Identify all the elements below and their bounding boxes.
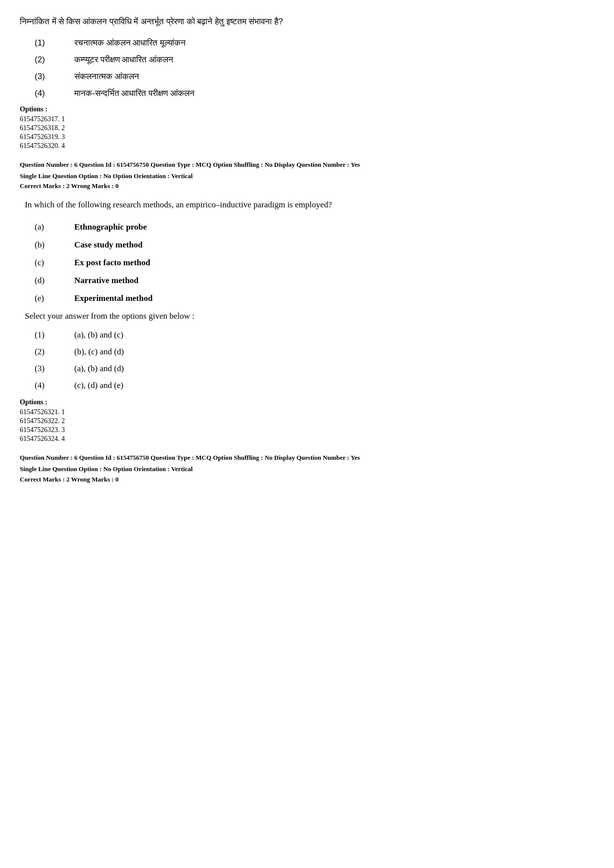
answer-option-1-label: (1) xyxy=(35,330,74,340)
option-codes-2: 61547526321. 1 61547526322. 2 6154752632… xyxy=(20,408,594,443)
q6-meta-line2: Single Line Question Option : No Option … xyxy=(20,171,594,182)
research-option-a: (a) Ethnographic probe xyxy=(20,222,594,232)
english-question-text: In which of the following research metho… xyxy=(20,198,594,212)
hindi-option-3-label: (3) xyxy=(35,72,74,82)
research-option-a-text: Ethnographic probe xyxy=(74,222,147,232)
hindi-option-2: (2) कम्प्यूटर परीक्षण आधारित आंकलन xyxy=(20,55,594,65)
answer-option-3-text: (a), (b) and (d) xyxy=(74,364,124,374)
research-option-e-label: (e) xyxy=(35,293,74,303)
research-option-e-text: Experimental method xyxy=(74,293,153,303)
q6-correct-marks: Correct Marks : 2 Wrong Marks : 0 xyxy=(20,182,594,190)
research-option-c-label: (c) xyxy=(35,258,74,268)
q6-metadata-section-bottom: Question Number : 6 Question Id : 615475… xyxy=(20,453,594,483)
q6-correct-marks-bottom: Correct Marks : 2 Wrong Marks : 0 xyxy=(20,476,594,483)
q6-meta-line2-bottom: Single Line Question Option : No Option … xyxy=(20,464,594,475)
answer-option-1-text: (a), (b) and (c) xyxy=(74,330,123,340)
research-options-list: (a) Ethnographic probe (b) Case study me… xyxy=(20,222,594,303)
option-code-2-4: 61547526324. 4 xyxy=(20,435,594,443)
research-option-d-label: (d) xyxy=(35,276,74,286)
answer-option-1: (1) (a), (b) and (c) xyxy=(20,330,594,340)
options-heading-2: Options : xyxy=(20,398,594,406)
hindi-option-1: (1) रचनात्मक आंकलन आधारित मूल्यांकन xyxy=(20,38,594,48)
answer-option-2-text: (b), (c) and (d) xyxy=(74,347,124,357)
research-option-d: (d) Narrative method xyxy=(20,276,594,286)
hindi-option-3: (3) संकलनात्मक आंकलन xyxy=(20,72,594,82)
hindi-question-section: निम्नांकित में से किस आंकलन प्राविधि में… xyxy=(20,15,594,150)
answer-option-4-label: (4) xyxy=(35,381,74,390)
hindi-option-2-text: कम्प्यूटर परीक्षण आधारित आंकलन xyxy=(74,55,173,65)
option-code-1-3: 61547526319. 3 xyxy=(20,133,594,141)
research-option-e: (e) Experimental method xyxy=(20,293,594,303)
hindi-option-4-text: मानक-सन्दर्भित आधारित परीक्षण आंकलन xyxy=(74,89,195,98)
option-codes-1: 61547526317. 1 61547526318. 2 6154752631… xyxy=(20,115,594,150)
answer-option-2: (2) (b), (c) and (d) xyxy=(20,347,594,357)
research-option-b: (b) Case study method xyxy=(20,240,594,250)
hindi-option-2-label: (2) xyxy=(35,55,74,65)
hindi-options-list: (1) रचनात्मक आंकलन आधारित मूल्यांकन (2) … xyxy=(20,38,594,98)
option-code-2-1: 61547526321. 1 xyxy=(20,408,594,416)
research-option-b-label: (b) xyxy=(35,240,74,250)
hindi-option-3-text: संकलनात्मक आंकलन xyxy=(74,72,139,82)
research-option-a-label: (a) xyxy=(35,222,74,232)
option-code-2-2: 61547526322. 2 xyxy=(20,417,594,425)
research-option-c-text: Ex post facto method xyxy=(74,258,150,268)
research-option-b-text: Case study method xyxy=(74,240,143,250)
answer-option-3-label: (3) xyxy=(35,364,74,374)
english-question-section: In which of the following research metho… xyxy=(20,198,594,443)
q6-meta-line1-bottom: Question Number : 6 Question Id : 615475… xyxy=(20,453,594,463)
answer-option-3: (3) (a), (b) and (d) xyxy=(20,364,594,374)
hindi-option-4-label: (4) xyxy=(35,89,74,98)
hindi-question-text: निम्नांकित में से किस आंकलन प्राविधि में… xyxy=(20,15,594,29)
option-code-2-3: 61547526323. 3 xyxy=(20,426,594,434)
q6-meta-line1: Question Number : 6 Question Id : 615475… xyxy=(20,160,594,170)
option-code-1-2: 61547526318. 2 xyxy=(20,124,594,132)
select-answer-text: Select your answer from the options give… xyxy=(20,311,594,321)
options-heading-1: Options : xyxy=(20,105,594,113)
hindi-option-4: (4) मानक-सन्दर्भित आधारित परीक्षण आंकलन xyxy=(20,89,594,98)
answer-option-2-label: (2) xyxy=(35,347,74,357)
research-option-c: (c) Ex post facto method xyxy=(20,258,594,268)
option-code-1-4: 61547526320. 4 xyxy=(20,142,594,150)
option-code-1-1: 61547526317. 1 xyxy=(20,115,594,123)
answer-option-4: (4) (c), (d) and (e) xyxy=(20,381,594,390)
hindi-option-1-text: रचनात्मक आंकलन आधारित मूल्यांकन xyxy=(74,38,186,48)
research-option-d-text: Narrative method xyxy=(74,276,139,286)
answer-option-4-text: (c), (d) and (e) xyxy=(74,381,123,390)
answer-options-list: (1) (a), (b) and (c) (2) (b), (c) and (d… xyxy=(20,330,594,390)
hindi-option-1-label: (1) xyxy=(35,38,74,48)
q6-metadata-section: Question Number : 6 Question Id : 615475… xyxy=(20,160,594,191)
